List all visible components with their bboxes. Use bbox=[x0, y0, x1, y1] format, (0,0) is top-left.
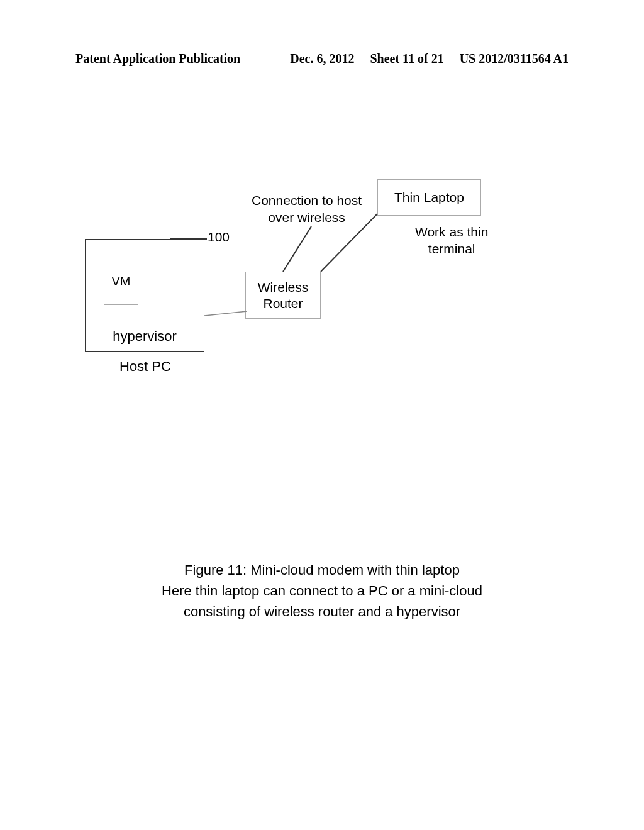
vm-box: VM bbox=[104, 258, 138, 305]
connection-label: Connection to host over wireless bbox=[252, 192, 362, 226]
work-as-thin-terminal-label: Work as thin terminal bbox=[415, 223, 488, 258]
figure-caption: Figure 11: Mini-cloud modem with thin la… bbox=[0, 560, 644, 622]
page-header: Patent Application Publication Dec. 6, 2… bbox=[0, 52, 644, 66]
vm-label: VM bbox=[112, 274, 131, 289]
line-router-to-connection-label bbox=[283, 226, 311, 272]
wireless-router-box: Wireless Router bbox=[245, 272, 321, 319]
caption-line-1: Figure 11: Mini-cloud modem with thin la… bbox=[0, 560, 644, 580]
hypervisor-label: hypervisor bbox=[113, 328, 176, 345]
header-date: Dec. 6, 2012 bbox=[290, 52, 354, 66]
caption-line-2: Here thin laptop can connect to a PC or … bbox=[0, 580, 644, 601]
header-right: Dec. 6, 2012 Sheet 11 of 21 US 2012/0311… bbox=[290, 52, 569, 66]
header-sheet: Sheet 11 of 21 bbox=[370, 52, 443, 66]
caption-line-3: consisting of wireless router and a hype… bbox=[0, 601, 644, 622]
wireless-router-label: Wireless Router bbox=[258, 279, 309, 311]
hypervisor-box: hypervisor bbox=[85, 321, 204, 352]
thin-laptop-box: Thin Laptop bbox=[377, 179, 481, 216]
thin-laptop-label: Thin Laptop bbox=[394, 190, 464, 205]
reference-number-100: 100 bbox=[208, 230, 230, 245]
diagram: VM hypervisor Wireless Router Thin Lapto… bbox=[85, 176, 557, 396]
header-pubnum: US 2012/0311564 A1 bbox=[460, 52, 569, 66]
line-hostpc-to-router bbox=[204, 311, 247, 316]
host-pc-label: Host PC bbox=[119, 358, 171, 375]
header-left: Patent Application Publication bbox=[75, 52, 240, 66]
